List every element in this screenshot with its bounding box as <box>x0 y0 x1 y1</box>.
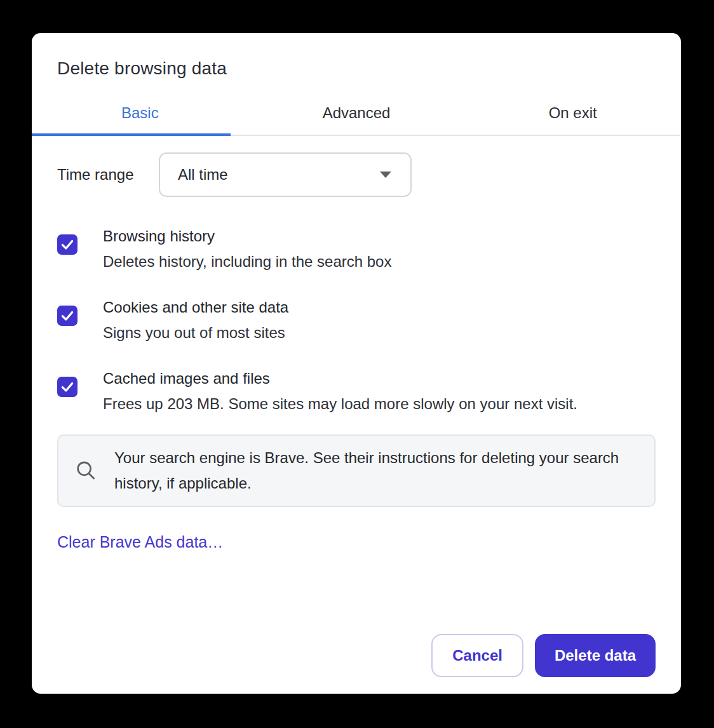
cookies-text: Cookies and other site data Signs you ou… <box>103 295 288 346</box>
checkbox-item-description: Signs you out of most sites <box>103 320 288 346</box>
tab-advanced[interactable]: Advanced <box>248 97 465 135</box>
tab-on-exit[interactable]: On exit <box>464 97 681 135</box>
dialog-content: Time range All time Browsing history Del… <box>32 136 681 694</box>
cookies-row: Cookies and other site data Signs you ou… <box>57 295 656 346</box>
checkmark-icon <box>59 236 76 253</box>
browsing-history-text: Browsing history Deletes history, includ… <box>103 224 391 274</box>
chevron-down-icon <box>380 172 391 178</box>
tab-strip: Basic Advanced On exit <box>32 97 681 136</box>
cached-images-text: Cached images and files Frees up 203 MB.… <box>103 366 577 417</box>
search-engine-notice-text: Your search engine is Brave. See their i… <box>114 445 639 496</box>
cached-images-row: Cached images and files Frees up 203 MB.… <box>57 366 656 417</box>
cookies-checkbox[interactable] <box>57 306 77 326</box>
dialog-title: Delete browsing data <box>57 57 656 80</box>
checkbox-item-title: Browsing history <box>103 224 391 249</box>
dialog-actions: Cancel Delete data <box>57 634 656 677</box>
checkbox-item-title: Cookies and other site data <box>103 295 288 320</box>
time-range-selected-value: All time <box>178 166 228 184</box>
tab-basic[interactable]: Basic <box>32 97 248 135</box>
checkbox-item-description: Deletes history, including in the search… <box>103 249 391 274</box>
checkmark-icon <box>59 379 76 395</box>
clear-brave-ads-data-link[interactable]: Clear Brave Ads data… <box>57 532 223 551</box>
delete-browsing-data-dialog: Delete browsing data Basic Advanced On e… <box>32 33 681 694</box>
search-engine-notice: Your search engine is Brave. See their i… <box>57 435 656 507</box>
delete-data-button[interactable]: Delete data <box>535 634 656 677</box>
cancel-button[interactable]: Cancel <box>431 634 523 677</box>
checkbox-item-title: Cached images and files <box>103 366 577 391</box>
checkmark-icon <box>59 307 76 324</box>
time-range-label: Time range <box>57 166 159 184</box>
browsing-history-checkbox[interactable] <box>57 234 77 255</box>
browsing-history-row: Browsing history Deletes history, includ… <box>57 224 656 274</box>
time-range-row: Time range All time <box>57 152 656 197</box>
checkbox-item-description: Frees up 203 MB. Some sites may load mor… <box>103 391 577 417</box>
time-range-select[interactable]: All time <box>159 152 412 197</box>
search-icon <box>74 459 98 483</box>
cached-images-checkbox[interactable] <box>57 377 77 397</box>
